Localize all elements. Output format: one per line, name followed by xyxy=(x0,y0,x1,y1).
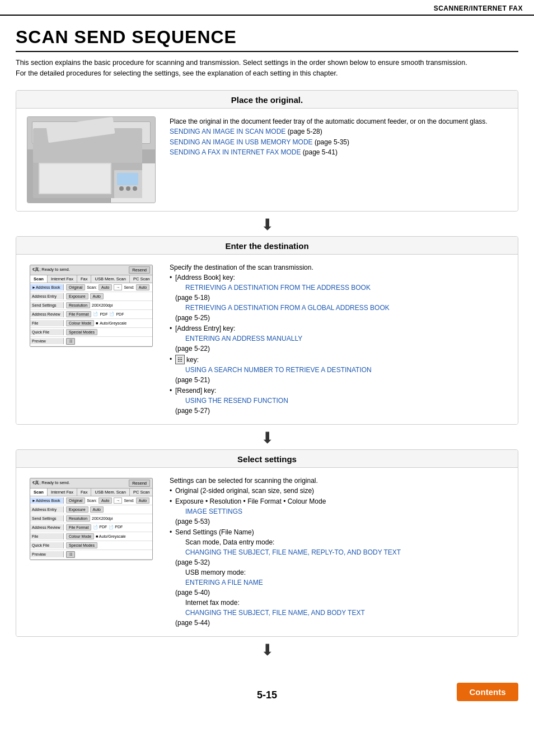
intro-line1: This section explains the basic procedur… xyxy=(16,58,518,68)
ui-content-resolution: Resolution 200X200dpi xyxy=(64,301,152,309)
scan-mode-label: Scan mode, Data entry mode: xyxy=(175,537,510,547)
ui-topbar-2: €真; Ready to send. Resend xyxy=(30,478,152,489)
bullet-original: Original (2-sided original, scan size, s… xyxy=(170,486,510,496)
ui-tab-internet-fax-2[interactable]: Internet Fax xyxy=(48,489,77,496)
ui-row-quick-file: Quick File Special Modes xyxy=(30,328,152,337)
ui-row-preview: Preview ☷ xyxy=(30,337,152,346)
ui-btn-exposure: Exposure xyxy=(66,293,88,299)
ui-btn-file-format: File Format xyxy=(66,311,91,317)
section3-body: €真; Ready to send. Resend Scan Internet … xyxy=(16,468,518,637)
ui-resolution-val: 200X200dpi xyxy=(92,303,113,307)
ui-label-file: File xyxy=(30,320,64,326)
svg-point-6 xyxy=(126,186,130,191)
arrow-2: ⬇ xyxy=(16,430,518,446)
ui-status: €真; Ready to send. xyxy=(32,267,70,273)
ui-rows: ►Address Book Original Scan: Auto → Send… xyxy=(30,283,152,346)
ui-btn-original: Original xyxy=(66,284,85,290)
section-enter-destination: Enter the destination €真; Ready to send.… xyxy=(16,236,518,425)
link-internet-fax-mode[interactable]: SENDING A FAX IN INTERNET FAX MODE xyxy=(170,148,301,156)
ui-tab-fax[interactable]: Fax xyxy=(77,275,92,283)
usb-mode-label: USB memory mode: xyxy=(175,567,510,577)
link-usb-memory-mode[interactable]: SENDING AN IMAGE IN USB MEMORY MODE xyxy=(170,138,313,146)
ui-row2-preview: Preview ☷ xyxy=(30,550,152,560)
section1-title: Place the original. xyxy=(16,91,518,109)
ui-topbar: €真; Ready to send. Resend xyxy=(30,265,152,275)
ui-row2-file: File Colour Mode ■ Auto/Greyscale xyxy=(30,532,152,541)
section2-text: Specify the destination of the scan tran… xyxy=(167,262,510,416)
ui-icon-colour: ■ xyxy=(96,321,98,325)
ui-icon-pdf1: 📄 xyxy=(93,312,98,316)
ui-content-special-modes: Special Modes xyxy=(64,328,152,336)
intro-line2: For the detailed procedures for selectin… xyxy=(16,68,518,79)
section1-body: Place the original in the document feede… xyxy=(16,109,518,211)
page-footer: 5-15 Contents xyxy=(0,677,534,709)
section2-description: Specify the destination of the scan tran… xyxy=(170,264,313,271)
search-number-key-icon: ☷ xyxy=(66,338,75,345)
ui-label-preview: Preview xyxy=(30,338,64,344)
section3-title: Select settings xyxy=(16,450,518,468)
ui-content-address-book: Original Scan: Auto → Send: Auto xyxy=(64,283,152,292)
ui-row-address-entry: Address Entry Exposure Auto xyxy=(30,292,152,301)
link-image-settings[interactable]: IMAGE SETTINGS xyxy=(175,506,510,516)
ui-tab-internet-fax[interactable]: Internet Fax xyxy=(48,275,77,283)
arrow-1: ⬇ xyxy=(16,217,518,233)
ui-row-send-settings: Send Settings Resolution 200X200dpi xyxy=(30,301,152,310)
link-scan-mode[interactable]: SENDING AN IMAGE IN SCAN MODE xyxy=(170,128,285,135)
header-title: SCANNER/INTERNET FAX xyxy=(434,4,523,12)
search-key-glyph: ☷ xyxy=(175,355,185,364)
ui-btn-special-modes: Special Modes xyxy=(66,329,97,335)
ui-rows-2: ►Address Book Original Scan: Auto → Send… xyxy=(30,496,152,560)
ui-row2-address-review: Address Review File Format 📄 PDF 📄 PDF xyxy=(30,523,152,532)
ui-row2-send-settings: Send Settings Resolution 200X200dpi xyxy=(30,514,152,523)
scanner-image xyxy=(27,116,156,203)
contents-button[interactable]: Contents xyxy=(457,683,518,701)
ui-tab-scan[interactable]: Scan xyxy=(30,275,48,283)
ui-row-address-review: Address Review File Format 📄 PDF 📄 PDF xyxy=(30,310,152,319)
section3-panel-container: €真; Ready to send. Resend Scan Internet … xyxy=(24,476,158,629)
link-global-address-book[interactable]: RETRIEVING A DESTINATION FROM A GLOBAL A… xyxy=(175,303,510,313)
scanner-svg xyxy=(27,117,156,203)
bullet-address-entry: [Address Entry] key: ENTERING AN ADDRESS… xyxy=(170,323,510,354)
ui-row2-quick-file: Quick File Special Modes xyxy=(30,541,152,550)
ui-label2-address-book: ►Address Book xyxy=(30,497,64,504)
section1-text: Place the original in the document feede… xyxy=(167,116,510,203)
ui-resend-btn: Resend xyxy=(129,266,150,274)
link-changing-subject[interactable]: CHANGING THE SUBJECT, FILE NAME, REPLY-T… xyxy=(175,547,510,557)
ui-row-address-book: ►Address Book Original Scan: Auto → Send… xyxy=(30,283,152,292)
ui-tab-usb-2[interactable]: USB Mem. Scan xyxy=(91,489,129,496)
bullet-send-settings: Send Settings (File Name) Scan mode, Dat… xyxy=(170,527,510,628)
svg-rect-4 xyxy=(117,173,138,185)
ui-tab-pc-scan-2[interactable]: PC Scan xyxy=(130,489,153,496)
ui-icon-pdf2: 📄 xyxy=(109,312,114,316)
link-entering-address[interactable]: ENTERING AN ADDRESS MANUALLY xyxy=(175,334,510,344)
bullet-search-key: ☷ key: USING A SEARCH NUMBER TO RETRIEVE… xyxy=(170,354,510,385)
link-entering-file-name[interactable]: ENTERING A FILE NAME xyxy=(175,577,510,588)
page-header: SCANNER/INTERNET FAX xyxy=(0,0,534,16)
bullet-address-book: [Address Book] key: RETRIEVING A DESTINA… xyxy=(170,273,510,323)
section3-description: Settings can be selected for scanning th… xyxy=(170,477,318,485)
ui-content-colour-mode: Colour Mode ■ Auto/Greyscale xyxy=(64,319,152,327)
svg-point-5 xyxy=(119,186,124,191)
ui-content-key-icon: ☷ xyxy=(64,337,152,346)
link-search-number[interactable]: USING A SEARCH NUMBER TO RETRIEVE A DEST… xyxy=(175,365,510,375)
ui-btn-auto2: Auto xyxy=(136,284,149,290)
ui-tab-scan-2[interactable]: Scan xyxy=(30,489,48,496)
internet-fax-mode-label: Internet fax mode: xyxy=(175,598,510,608)
section1-description: Place the original in the document feede… xyxy=(170,118,488,125)
page-number: 5-15 xyxy=(183,689,350,701)
link-address-book[interactable]: RETRIEVING A DESTINATION FROM THE ADDRES… xyxy=(175,283,510,293)
section-select-settings: Select settings €真; Ready to send. Resen… xyxy=(16,449,518,637)
link-resend-function[interactable]: USING THE RESEND FUNCTION xyxy=(175,396,510,406)
page-content: SCAN SEND SEQUENCE This section explains… xyxy=(0,16,534,673)
ui-btn-auto3: Auto xyxy=(90,293,104,299)
ui-tab-pc-scan[interactable]: PC Scan xyxy=(130,275,153,283)
link-changing-subject-fax[interactable]: CHANGING THE SUBJECT, FILE NAME, AND BOD… xyxy=(175,608,510,618)
ui-row-file: File Colour Mode ■ Auto/Greyscale xyxy=(30,319,152,328)
ui-row2-address-entry: Address Entry Exposure Auto xyxy=(30,505,152,514)
ui-btn-colour-mode: Colour Mode xyxy=(66,320,94,326)
ui-panel-settings: €真; Ready to send. Resend Scan Internet … xyxy=(30,478,153,560)
ui-tab-usb[interactable]: USB Mem. Scan xyxy=(91,275,129,283)
arrow-3: ⬇ xyxy=(16,642,518,658)
section3-bullets: Original (2-sided original, scan size, s… xyxy=(170,486,510,628)
ui-tab-fax-2[interactable]: Fax xyxy=(77,489,92,496)
